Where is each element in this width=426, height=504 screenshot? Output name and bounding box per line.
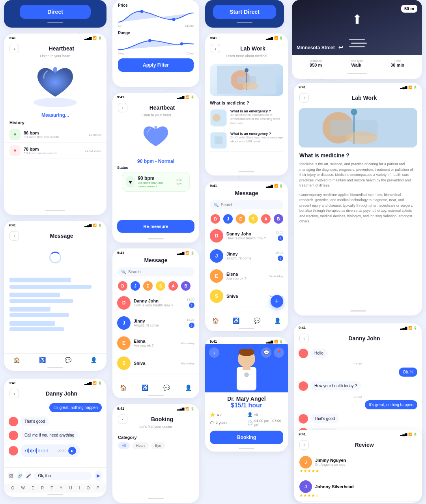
cat-all[interactable]: All <box>118 442 130 449</box>
wifi-icon-2: 📶 <box>185 95 189 99</box>
msg-item-danny-small[interactable]: D Danny John How is your health now ? 13… <box>112 293 199 313</box>
article-item-2[interactable]: What is an emergency ? Dr. Charlie Start… <box>210 129 283 152</box>
msg-item-shiva-small[interactable]: S Shiva Yesterday <box>112 353 199 373</box>
avatar-2-large[interactable]: J <box>222 213 234 224</box>
back-button-review[interactable]: ‹ <box>299 440 309 450</box>
nav-profile[interactable]: 👤 <box>90 357 97 363</box>
search-input-small[interactable] <box>128 270 191 274</box>
back-btn-doctor[interactable]: ‹ <box>209 347 219 358</box>
chat-msg-health: How your health today ? <box>299 381 417 393</box>
key-e: E <box>32 486 34 490</box>
nav-acc-ms[interactable]: ♿ <box>142 385 148 391</box>
remeasure-button[interactable]: Re-measure <box>117 220 194 233</box>
back-button-lab-detail[interactable]: ‹ <box>299 93 309 103</box>
avatar-5-large[interactable]: A <box>260 213 271 224</box>
avatar-4-large[interactable]: S <box>248 213 259 224</box>
avatar-4-small[interactable]: S <box>155 280 166 291</box>
chat-avatar-health <box>299 381 308 391</box>
booking-button[interactable]: Booking <box>210 431 283 444</box>
search-bar-large[interactable]: 🔍 <box>210 200 283 209</box>
avatar-5-small[interactable]: A <box>168 280 179 291</box>
start-direct-button[interactable]: Start Direct <box>213 5 276 19</box>
avatar-1-small[interactable]: D <box>117 280 128 291</box>
history-item-2[interactable]: ♥ 78 bpm 5% less than last month 21-02-2… <box>4 143 106 159</box>
search-input-large[interactable] <box>221 203 279 207</box>
nav-prof-ml[interactable]: 👤 <box>274 317 281 324</box>
shiva-info-small: Shiva <box>134 361 178 366</box>
direct-button[interactable]: Direct <box>20 5 91 19</box>
chat-time-2: 13:32 <box>299 395 417 399</box>
avatar-3-small[interactable]: E <box>142 280 153 291</box>
svg-rect-33 <box>41 450 42 452</box>
nav-home-ms[interactable]: 🏠 <box>120 385 127 391</box>
key-r: R <box>41 486 44 490</box>
img-btn-small[interactable]: 🖼 <box>8 471 14 480</box>
nav-message[interactable]: 💬 <box>65 357 71 363</box>
cat-heart[interactable]: Heart <box>132 442 149 449</box>
price-label: Price <box>112 0 199 8</box>
link-btn-small[interactable]: 🔗 <box>17 471 23 480</box>
filter-card: Price $9 $1000 Range 0km 10km <box>112 0 199 87</box>
status-bar-msg-load: 9:41 ▂▄▆ 📶 🔋 <box>4 221 106 228</box>
bubble-great: It's great, nothing happen <box>365 400 417 409</box>
chat-icon-doctor[interactable]: 💬 <box>261 347 271 358</box>
time-danny-l: 9:41 <box>299 326 306 330</box>
status-time: Just now <box>176 178 185 185</box>
send-button-small[interactable]: ▶ <box>94 470 103 481</box>
time-msg-list-s: 9:41 <box>117 251 124 255</box>
avatar-6-large[interactable]: B <box>273 213 284 224</box>
avatar-1-large[interactable]: D <box>210 213 221 224</box>
svg-rect-24 <box>27 449 28 452</box>
back-button-lab[interactable]: ‹ <box>211 44 220 53</box>
back-button-danny-s[interactable]: ‹ <box>9 389 19 398</box>
location-icon-doctor[interactable]: 📍 <box>274 347 284 358</box>
review-card: 9:41 ▂▄▆ 📶 🔋 ‹ Review J Jimmy Nguyen Dr.… <box>294 430 422 503</box>
msg-item-jinny-small[interactable]: J Jinny Alright, I'll come 15:06 1 <box>112 313 199 333</box>
nav-accessibility[interactable]: ♿ <box>39 357 46 363</box>
search-bar-small[interactable]: 🔍 <box>117 267 194 276</box>
signal-icon-9: ▂▄▆ <box>84 381 92 385</box>
mic-btn-small[interactable]: 🎤 <box>25 471 32 480</box>
signal-icon-7: ▂▄▆ <box>266 184 273 188</box>
history-item-1[interactable]: ♥ 86 bpm 8% more than last month 12 hour… <box>4 127 106 143</box>
message-input-small[interactable] <box>34 472 92 480</box>
back-button-msg-load[interactable]: ‹ <box>9 231 19 241</box>
fab-compose[interactable]: + <box>271 295 283 308</box>
audio-bubble[interactable]: 00:30 ▶ <box>21 444 80 457</box>
time-lab-detail: 9:41 <box>299 85 306 89</box>
apply-filter-button[interactable]: Apply Filter <box>118 58 194 72</box>
avatar-6-small[interactable]: B <box>180 280 191 291</box>
article-item-1[interactable]: What is an emergency ? An unforeseen com… <box>210 107 283 129</box>
back-button-danny-l[interactable]: ‹ <box>299 334 309 343</box>
time-msg-list-l: 9:41 <box>210 184 217 188</box>
back-button-heartbeat-large[interactable]: ‹ <box>9 44 19 53</box>
play-button[interactable]: ▶ <box>68 447 76 455</box>
shiva-meta-small: Yesterday <box>181 362 194 365</box>
nav-home[interactable]: 🏠 <box>13 357 20 363</box>
bubble-hello: Hello <box>310 349 327 358</box>
svg-point-14 <box>213 114 220 122</box>
lab-work-card: 9:41 ▂▄▆ 📶 🔋 ‹ Lab Work Learn more about… <box>205 34 288 175</box>
msg-list-l-title: Message <box>210 190 283 196</box>
nav-acc-ml[interactable]: ♿ <box>233 317 239 324</box>
msg-item-jinny-large[interactable]: J Jinny Alright, I'll come 15:06 1 <box>205 246 288 266</box>
elena-info-small: Elena Are you ok ? <box>134 339 178 347</box>
nav-msg-ms[interactable]: 💬 <box>163 385 170 391</box>
back-button-hb-small[interactable]: ‹ <box>118 103 127 112</box>
msg-item-elena-large[interactable]: E Elena Are you ok ? Yesterday <box>205 266 288 286</box>
jinny-avatar-large: J <box>210 249 223 263</box>
msg-item-elena-small[interactable]: E Elena Are you ok ? Yesterday <box>112 333 199 353</box>
msg-item-danny-large[interactable]: D Danny John How is your health now ? 13… <box>205 226 288 246</box>
key-o: O <box>87 486 90 490</box>
avatar-2-small[interactable]: J <box>130 280 141 291</box>
avatar-3-large[interactable]: E <box>235 213 246 224</box>
svg-rect-34 <box>43 449 43 453</box>
cat-eye[interactable]: Eye <box>151 442 165 449</box>
bubble-good-small: That's good <box>21 417 49 426</box>
nav-prof-ms[interactable]: 👤 <box>185 385 192 391</box>
time-msg-load: 9:41 <box>9 223 16 227</box>
nav-msg-ml[interactable]: 💬 <box>254 317 260 324</box>
back-button-booking[interactable]: ‹ <box>118 414 127 424</box>
bubble-health: How your health today ? <box>310 381 361 390</box>
nav-home-ml[interactable]: 🏠 <box>212 317 219 324</box>
